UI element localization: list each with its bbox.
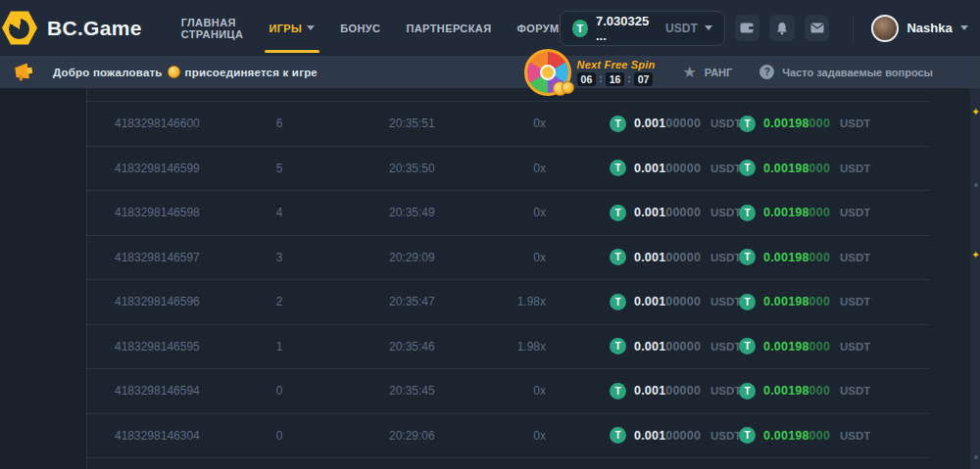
bet-amount-cell: T 0.00100000 USDT (610, 458, 741, 469)
time-cell: 20:35:51 (389, 102, 435, 146)
bet-history-row[interactable]: 4183298146304 0 20:29:06 0x T 0.00100000… (87, 413, 929, 458)
time-cell: 20:35:45 (389, 369, 435, 413)
user-menu[interactable]: Nashka (871, 15, 967, 42)
payout-amount-cell: T 0.00198000 USDT (739, 102, 870, 146)
bet-amount-cell: T 0.00100000 USDT (610, 414, 741, 458)
time-cell: 20:29:06 (389, 414, 435, 458)
content-left-rail (0, 88, 87, 469)
brand-logo[interactable]: BC.Game (2, 11, 142, 46)
bell-icon (775, 22, 789, 35)
bet-id-cell: 4183298146600 (115, 102, 200, 146)
bet-id-cell: 4183298146594 (115, 369, 200, 413)
bet-history-row[interactable]: 4183298146594 0 20:35:45 0x T 0.00100000… (87, 368, 929, 413)
bet-history-row[interactable]: 4183298146596 2 20:35:47 1.98x T 0.00100… (87, 279, 929, 324)
time-cell: 20:35:49 (389, 191, 435, 235)
currency-label: USDT (840, 207, 870, 218)
timer-minutes: 16 (606, 72, 625, 86)
bet-amount-cell: T 0.00100000 USDT (610, 236, 741, 280)
multiplier-cell: 0x (533, 369, 546, 413)
currency-label: USDT (840, 430, 870, 442)
payout-amount-cell: T 0.00198000 USDT (739, 236, 870, 280)
bet-history-row[interactable]: 4183298146597 3 20:29:09 0x T 0.00100000… (87, 235, 929, 280)
bet-amount-cell: T 0.00100000 USDT (610, 325, 741, 369)
currency-label: USDT (710, 117, 741, 129)
payout-amount-cell: T 0.00198000 USDT (739, 414, 870, 458)
bet-amount-cell: T 0.00100000 USDT (610, 280, 741, 324)
timer-separator: : (599, 73, 602, 84)
dot-decoration (974, 455, 978, 459)
balance-selector[interactable]: T 7.030325 ... USDT (560, 11, 725, 46)
bet-history-row[interactable]: 4183298146598 4 20:35:49 0x T 0.00100000… (87, 190, 929, 235)
welcome-suffix: присоединяется к игре (185, 67, 318, 78)
bet-id-cell: 4183298146599 (115, 147, 200, 191)
bet-history-row[interactable]: 4183298146303 0 20:29:05 0x T 0.00100000… (87, 457, 929, 469)
wallet-button[interactable] (735, 15, 760, 41)
currency-label: USDT (840, 296, 870, 307)
balance-amount: 7.030325 ... (596, 14, 657, 43)
round-cell: 5 (254, 147, 305, 191)
dot-decoration (974, 183, 978, 187)
bet-id-cell: 4183298146597 (115, 236, 200, 280)
round-cell: 3 (254, 236, 305, 280)
tether-icon: T (610, 383, 626, 399)
tether-icon: T (610, 205, 626, 221)
free-spin-timer: 06 : 16 : 07 (577, 72, 656, 86)
balance-currency: USDT (665, 22, 698, 35)
currency-label: USDT (710, 296, 741, 307)
payout-amount-cell: T 0.00198000 USDT (739, 325, 870, 369)
time-cell: 20:35:50 (389, 147, 435, 191)
currency-label: USDT (840, 252, 870, 263)
nav-item-forum[interactable]: ФОРУМ (516, 0, 559, 56)
nav-item-home[interactable]: ГЛАВНАЯ СТРАНИЦА (181, 0, 244, 56)
tether-icon: T (739, 160, 756, 176)
bet-history-row[interactable]: 4183298146600 6 20:35:51 0x T 0.00100000… (87, 101, 929, 146)
top-navbar: BC.Game ГЛАВНАЯ СТРАНИЦА ИГРЫ БОНУС ПАРТ… (0, 0, 980, 56)
welcome-message: Добро пожаловатьприсоединяется к игре (53, 66, 318, 78)
nav-item-bonus[interactable]: БОНУС (340, 0, 380, 56)
tether-icon: T (739, 427, 756, 444)
sparkle-icon: ✦ (971, 107, 980, 117)
currency-label: USDT (840, 163, 870, 174)
coins-icon (553, 82, 574, 96)
tether-icon: T (739, 249, 756, 265)
nav-item-games[interactable]: ИГРЫ (269, 0, 315, 56)
time-cell: 20:35:47 (389, 280, 435, 324)
rank-link[interactable]: ★ РАНГ (682, 65, 732, 80)
bet-history-row[interactable]: 4183298146599 5 20:35:50 0x T 0.00100000… (87, 146, 929, 191)
free-spin-widget[interactable]: Next Free Spin 06 : 16 : 07 (524, 49, 656, 96)
timer-separator: : (627, 73, 630, 84)
mail-icon (810, 23, 824, 33)
time-cell: 20:35:46 (389, 325, 435, 369)
chevron-down-icon (960, 25, 968, 30)
round-cell: 0 (254, 414, 305, 458)
time-cell: 20:29:09 (389, 236, 435, 280)
nav-item-affiliate[interactable]: ПАРТНЕРСКАЯ (406, 0, 491, 56)
bet-id-cell: 4183298146596 (115, 280, 200, 324)
messages-button[interactable] (805, 15, 830, 41)
tether-icon: T (610, 294, 626, 310)
nav-label: БОНУС (340, 23, 380, 34)
faq-label: Часто задаваемые вопросы (782, 67, 933, 78)
currency-label: USDT (710, 163, 741, 174)
chat-panel-edge-header (970, 56, 980, 88)
bet-history-row[interactable]: 4183298146595 1 20:35:46 1.98x T 0.00100… (87, 324, 929, 369)
tether-icon: T (610, 249, 626, 265)
round-cell: 1 (254, 325, 305, 369)
round-cell: 0 (254, 369, 305, 413)
navbar-right: T 7.030325 ... USDT (560, 10, 980, 47)
tether-icon: T (610, 160, 626, 176)
bet-id-cell: 4183298146595 (115, 325, 200, 369)
nav-label: ФОРУМ (516, 23, 559, 34)
bet-id-cell: 4183298146304 (115, 414, 200, 458)
payout-amount-cell: T 0.00000000 USDT (739, 458, 870, 469)
multiplier-cell: 0x (533, 414, 546, 458)
multiplier-cell: 1.98x (517, 280, 546, 324)
bc-game-page: BC.Game ГЛАВНАЯ СТРАНИЦА ИГРЫ БОНУС ПАРТ… (0, 0, 980, 469)
faq-link[interactable]: ? Часто задаваемые вопросы (760, 65, 933, 79)
payout-amount-cell: T 0.00198000 USDT (739, 280, 870, 324)
main-menu: ГЛАВНАЯ СТРАНИЦА ИГРЫ БОНУС ПАРТНЕРСКАЯ … (181, 0, 560, 56)
notifications-button[interactable] (769, 15, 795, 41)
rank-label: РАНГ (705, 67, 733, 78)
coin-icon (168, 66, 180, 78)
tether-icon: T (739, 383, 756, 399)
